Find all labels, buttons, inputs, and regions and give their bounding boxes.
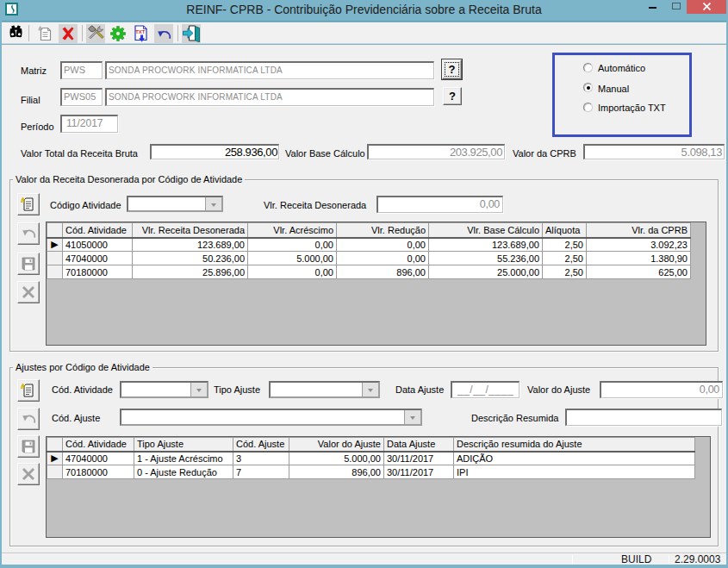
svg-text:TXT: TXT xyxy=(135,29,145,34)
